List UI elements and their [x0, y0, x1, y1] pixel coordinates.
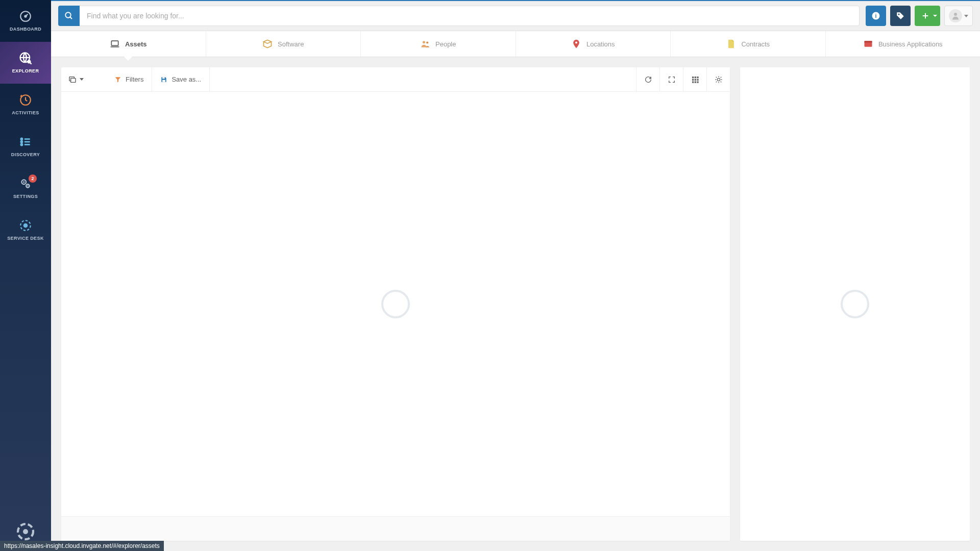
svg-point-23 [898, 14, 900, 15]
sidebar-item-label: SERVICE DESK [7, 236, 44, 241]
tab-contracts[interactable]: Contracts [671, 31, 826, 57]
sidebar-item-label: EXPLORER [12, 68, 39, 73]
loading-spinner-icon [381, 290, 410, 318]
svg-rect-36 [162, 77, 165, 79]
svg-rect-39 [694, 77, 696, 78]
people-icon [420, 39, 430, 49]
view-selector-button[interactable] [61, 67, 91, 91]
main-panel: Filters Save as... [61, 67, 730, 541]
search-icon [64, 11, 74, 20]
svg-text:i: i [875, 13, 877, 19]
svg-point-1 [24, 15, 26, 17]
application-icon [863, 39, 873, 49]
tab-label: Business Applications [878, 40, 943, 48]
expand-icon [668, 76, 676, 84]
save-label: Save as... [172, 76, 201, 83]
content-row: Filters Save as... [51, 57, 980, 551]
main-sidebar: DASHBOARD EXPLORER [0, 0, 51, 551]
tab-label: Contracts [741, 40, 770, 48]
svg-rect-44 [692, 81, 694, 83]
save-as-button[interactable]: Save as... [152, 67, 210, 91]
sidebar-item-label: DASHBOARD [10, 27, 41, 32]
tab-business-applications[interactable]: Business Applications [826, 31, 981, 57]
tab-label: Locations [586, 40, 615, 48]
svg-point-12 [23, 181, 24, 183]
info-icon: i [871, 11, 880, 20]
sidebar-item-dashboard[interactable]: DASHBOARD [0, 0, 51, 42]
sidebar-item-label: DISCOVERY [11, 152, 40, 157]
sidebar-item-activities[interactable]: ACTIVITIES [0, 84, 51, 126]
search-group [58, 6, 860, 26]
clock-history-icon [18, 93, 33, 107]
search-input[interactable] [80, 6, 860, 26]
location-pin-icon [571, 39, 581, 49]
globe-search-icon [18, 51, 33, 65]
settings-button[interactable] [706, 67, 730, 91]
svg-rect-33 [864, 41, 872, 42]
svg-rect-40 [697, 77, 698, 78]
svg-point-31 [575, 41, 577, 43]
info-button[interactable]: i [866, 6, 886, 26]
svg-rect-42 [694, 79, 696, 80]
refresh-button[interactable] [636, 67, 659, 91]
status-bar-url: https://nasales-insight.cloud.invgate.ne… [0, 541, 164, 551]
tab-label: Assets [125, 40, 147, 48]
tab-assets[interactable]: Assets [51, 31, 206, 57]
grid-icon [691, 76, 699, 84]
sidebar-item-service-desk[interactable]: SERVICE DESK [0, 209, 51, 251]
tab-label: Software [278, 40, 304, 48]
svg-point-26 [954, 13, 957, 16]
svg-point-30 [426, 41, 428, 43]
svg-rect-45 [694, 81, 696, 83]
gauge-icon [18, 9, 33, 23]
tab-people[interactable]: People [361, 31, 516, 57]
sidebar-item-discovery[interactable]: DISCOVERY [0, 126, 51, 167]
panel-toolbar: Filters Save as... [61, 67, 730, 92]
svg-line-20 [70, 17, 72, 19]
svg-point-7 [21, 141, 22, 142]
search-button[interactable] [58, 6, 80, 26]
svg-point-5 [21, 138, 22, 140]
side-panel [740, 67, 970, 541]
tab-software[interactable]: Software [206, 31, 361, 57]
sidebar-item-label: ACTIVITIES [12, 110, 39, 115]
main-area: i [51, 0, 980, 551]
sidebar-item-explorer[interactable]: EXPLORER [0, 42, 51, 84]
box-icon [262, 39, 273, 49]
sidebar-item-label: SETTINGS [13, 194, 38, 199]
service-desk-icon [18, 218, 33, 233]
svg-rect-27 [111, 41, 118, 45]
svg-point-18 [23, 529, 28, 534]
tab-locations[interactable]: Locations [516, 31, 671, 57]
filters-button[interactable]: Filters [106, 67, 152, 91]
fullscreen-button[interactable] [659, 67, 683, 91]
svg-rect-41 [692, 79, 694, 80]
cards-icon [68, 76, 77, 84]
tab-label: People [435, 40, 456, 48]
document-icon [726, 39, 736, 49]
grid-view-button[interactable] [683, 67, 706, 91]
top-header: i [51, 0, 980, 31]
filters-label: Filters [126, 76, 143, 83]
filter-icon [114, 76, 121, 83]
plus-icon [921, 12, 929, 20]
chevron-down-icon [964, 15, 968, 17]
svg-rect-38 [692, 77, 694, 78]
user-menu[interactable] [944, 6, 973, 26]
svg-rect-43 [697, 79, 698, 80]
svg-rect-46 [697, 81, 698, 83]
chevron-down-icon [80, 78, 84, 81]
gear-icon [715, 76, 723, 84]
tag-button[interactable] [890, 6, 911, 26]
svg-point-9 [21, 144, 22, 145]
brand-logo-icon [15, 521, 36, 542]
add-button[interactable] [915, 6, 940, 26]
svg-rect-37 [162, 80, 165, 82]
category-tabs: Assets Software People [51, 31, 980, 57]
svg-point-14 [27, 185, 28, 186]
main-panel-footer [61, 516, 730, 541]
settings-badge: 2 [29, 174, 37, 183]
main-content-body [61, 92, 730, 516]
svg-rect-35 [71, 78, 76, 82]
sidebar-item-settings[interactable]: 2 SETTINGS [0, 167, 51, 209]
